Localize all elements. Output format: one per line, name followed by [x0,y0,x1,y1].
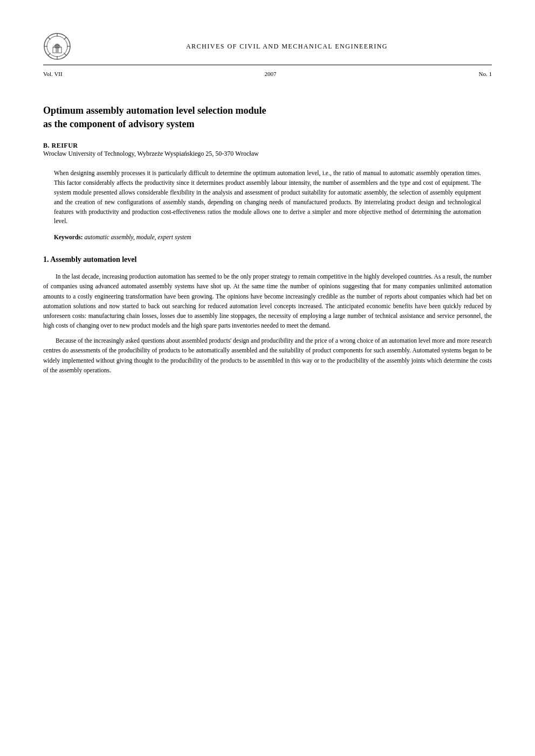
svg-rect-12 [56,48,59,53]
svg-line-7 [48,37,51,40]
journal-logo [43,32,71,60]
journal-title: Archives of Civil and Mechanical Enginee… [82,43,492,51]
volume-label: Vol. VII [43,71,63,77]
section1-para1: In the last decade, increasing productio… [43,272,492,330]
section1-body: In the last decade, increasing productio… [43,272,492,375]
article-title-block: Optimum assembly automation level select… [43,104,492,131]
author-name: B. REIFUR [43,142,492,150]
section1-para2: Because of the increasingly asked questi… [43,336,492,375]
svg-line-8 [64,53,67,56]
number-label: No. 1 [479,71,492,77]
journal-header: Archives of Civil and Mechanical Enginee… [43,32,492,65]
year-label: 2007 [265,71,277,77]
keywords-values: automatic assembly, module, expert syste… [85,234,191,240]
author-affiliation: Wrocław University of Technology, Wybrze… [43,150,492,158]
abstract-text: When designing assembly processes it is … [43,169,492,226]
keywords-block: Keywords: automatic assembly, module, ex… [43,234,492,240]
section1-heading: 1. Assembly automation level [43,255,492,264]
journal-meta: Vol. VII 2007 No. 1 [43,68,492,77]
author-block: B. REIFUR Wrocław University of Technolo… [43,142,492,158]
article-title: Optimum assembly automation level select… [43,104,492,131]
svg-line-10 [48,53,51,56]
page: Archives of Civil and Mechanical Enginee… [0,0,535,756]
keywords-label: Keywords: [54,234,83,240]
svg-line-9 [64,37,67,40]
